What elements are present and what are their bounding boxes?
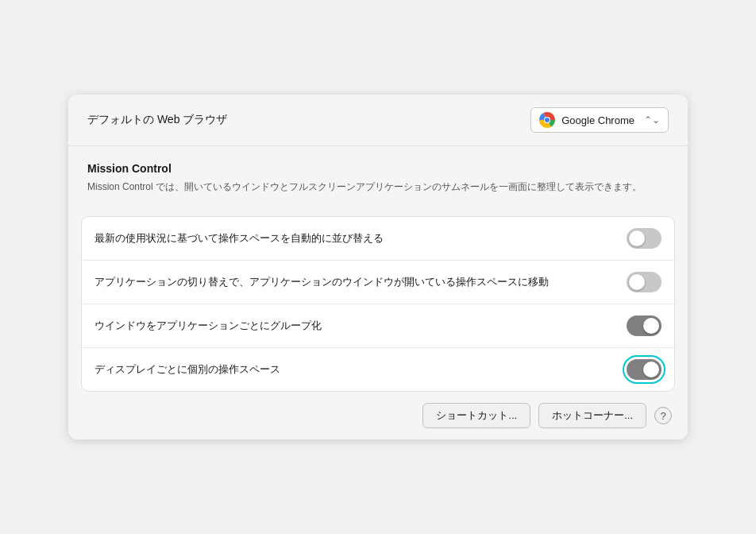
toggle-label-auto-rearrange: 最新の使用状況に基づいて操作スペースを自動的に並び替える <box>94 231 627 246</box>
help-button[interactable]: ? <box>654 407 672 424</box>
toggle-switch-auto-rearrange[interactable] <box>627 228 662 249</box>
toggle-track-displays-separate <box>627 359 662 380</box>
toggle-label-displays-separate: ディスプレイごとに個別の操作スペース <box>94 362 627 377</box>
bottom-bar: ショートカット... ホットコーナー... ? <box>68 392 688 439</box>
browser-selector[interactable]: Google Chrome ⌃⌄ <box>530 107 669 133</box>
toggle-thumb-switch-space <box>629 274 645 290</box>
toggle-switch-displays-separate[interactable] <box>627 359 662 380</box>
toggle-row-displays-separate: ディスプレイごとに個別の操作スペース <box>82 348 674 391</box>
toggle-label-switch-space: アプリケーションの切り替えで、アプリケーションのウインドウが開いている操作スペー… <box>94 275 627 289</box>
default-browser-label: デフォルトの Web ブラウザ <box>87 113 227 127</box>
toggle-thumb-displays-separate <box>643 362 659 377</box>
toggle-thumb-auto-rearrange <box>629 230 645 246</box>
mission-control-title: Mission Control <box>87 162 669 175</box>
toggle-track-auto-rearrange <box>627 228 662 249</box>
toggle-track-group-windows <box>627 315 662 336</box>
svg-point-2 <box>545 118 550 122</box>
toggle-thumb-group-windows <box>643 318 659 334</box>
mission-control-description: Mission Control では、開いているウインドウとフルスクリーンアプリ… <box>87 180 669 194</box>
default-browser-row: デフォルトの Web ブラウザ Google Chrome ⌃⌄ <box>68 95 688 146</box>
toggle-switch-switch-space[interactable] <box>627 272 662 292</box>
toggle-row-switch-space: アプリケーションの切り替えで、アプリケーションのウインドウが開いている操作スペー… <box>82 261 674 304</box>
hot-corner-button[interactable]: ホットコーナー... <box>538 403 646 428</box>
toggle-list: 最新の使用状況に基づいて操作スペースを自動的に並び替える アプリケーションの切り… <box>81 216 675 392</box>
chrome-icon <box>539 112 555 128</box>
toggle-row-group-windows: ウインドウをアプリケーションごとにグループ化 <box>82 304 674 348</box>
toggle-switch-group-windows[interactable] <box>627 315 662 336</box>
shortcut-button[interactable]: ショートカット... <box>422 403 530 428</box>
toggle-track-switch-space <box>627 272 662 292</box>
toggle-row-auto-rearrange: 最新の使用状況に基づいて操作スペースを自動的に並び替える <box>82 217 674 261</box>
settings-panel: デフォルトの Web ブラウザ Google Chrome ⌃⌄ Mission… <box>68 95 688 439</box>
toggle-label-group-windows: ウインドウをアプリケーションごとにグループ化 <box>94 319 627 333</box>
selector-arrows-icon: ⌃⌄ <box>644 114 660 126</box>
browser-name: Google Chrome <box>561 114 634 126</box>
mission-control-section: Mission Control Mission Control では、開いている… <box>68 146 688 207</box>
